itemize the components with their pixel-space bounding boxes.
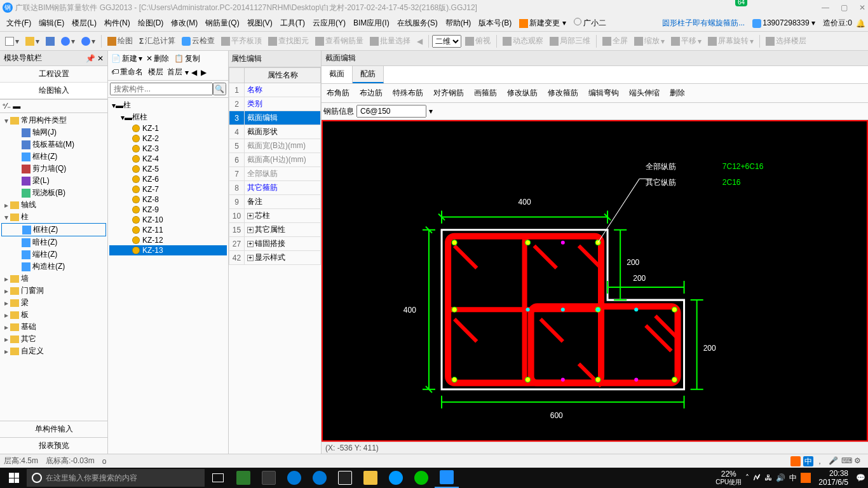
sum-button[interactable]: Σ 汇总计算 <box>137 34 178 48</box>
select-floor-button[interactable]: 选择楼层 <box>763 34 809 48</box>
tool-stirrup[interactable]: 画箍筋 <box>471 86 499 100</box>
comp-item-KZ-6[interactable]: KZ-6 <box>109 174 227 184</box>
tab-draw-input[interactable]: 绘图输入 <box>0 83 107 99</box>
menu-bim[interactable]: BIM应用(I) <box>349 16 393 30</box>
prop-row-27[interactable]: 27+锚固搭接 <box>229 237 321 251</box>
prop-row-6[interactable]: 6截面高(H边)(mm) <box>229 153 321 167</box>
prop-row-5[interactable]: 5截面宽(B边)(mm) <box>229 139 321 153</box>
user-label[interactable]: 广小二 <box>570 16 610 30</box>
comp-item-KZ-8[interactable]: KZ-8 <box>109 194 227 205</box>
prop-row-8[interactable]: 8其它箍筋 <box>229 181 321 195</box>
steel-button[interactable]: 查看钢筋量 <box>313 34 366 48</box>
menu-help[interactable]: 帮助(H) <box>442 16 475 30</box>
comp-item-KZ-13[interactable]: KZ-13 <box>109 245 227 255</box>
tree-door[interactable]: ▸门窗洞 <box>1 285 106 297</box>
menu-floor[interactable]: 楼层(L) <box>68 16 100 30</box>
full-button[interactable]: 全屏 <box>600 34 630 48</box>
zoom-button[interactable]: 缩放 ▾ <box>632 34 667 48</box>
taskbar-360[interactable] <box>409 468 433 488</box>
tray-gear-icon[interactable]: ⚙ <box>854 456 864 466</box>
tool-align[interactable]: 对齐钢筋 <box>431 86 466 100</box>
component-search-input[interactable] <box>110 83 213 95</box>
tab-report[interactable]: 报表预览 <box>0 437 107 454</box>
tool-hook[interactable]: 编辑弯钩 <box>586 86 621 100</box>
expand-icon[interactable]: ⁺⁄₋ <box>2 102 11 111</box>
tree-shear[interactable]: 剪力墙(Q) <box>1 163 106 175</box>
tray-keyboard-icon[interactable]: ⌨ <box>841 456 851 466</box>
prev-button[interactable]: ◀ <box>414 35 425 48</box>
tree-grid[interactable]: 轴网(J) <box>1 126 106 139</box>
search-button[interactable]: 🔍 <box>213 83 226 95</box>
tree-constcol[interactable]: 构造柱(Z) <box>1 261 106 273</box>
local3d-button[interactable]: 局部三维 <box>547 34 593 48</box>
tree-framecol2[interactable]: 框柱(Z) <box>1 223 106 236</box>
tree-common[interactable]: ▾常用构件类型 <box>1 114 106 126</box>
tree-endcol[interactable]: 端柱(Z) <box>1 248 106 261</box>
cost-label[interactable]: 造价豆:0 <box>819 16 856 30</box>
minimize-button[interactable]: — <box>822 3 829 12</box>
comp-item-KZ-1[interactable]: KZ-1 <box>109 123 227 133</box>
prop-row-7[interactable]: 7全部纵筋 <box>229 167 321 181</box>
taskbar-explorer[interactable] <box>358 468 383 488</box>
undo-button[interactable]: ▾ <box>58 35 78 48</box>
comp-item-KZ-3[interactable]: KZ-3 <box>109 144 227 154</box>
taskbar-current-app[interactable] <box>435 468 459 488</box>
menu-modify[interactable]: 修改(M) <box>167 16 201 30</box>
taskbar-clock[interactable]: 20:382017/6/5 <box>815 469 852 487</box>
comp-item-KZ-4[interactable]: KZ-4 <box>109 154 227 164</box>
tree-slab[interactable]: 现浇板(B) <box>1 187 106 199</box>
collapse-icon[interactable]: ▬ <box>13 102 20 111</box>
notification-icon[interactable]: 💬 <box>856 473 865 482</box>
rebar-info-input[interactable] <box>356 105 426 118</box>
tree-column[interactable]: ▾柱 <box>1 211 106 223</box>
comp-item-KZ-11[interactable]: KZ-11 <box>109 225 227 235</box>
comp-floor-value[interactable]: 首层 <box>166 66 184 78</box>
menu-component[interactable]: 构件(N) <box>100 16 134 30</box>
task-view-button[interactable] <box>206 468 230 488</box>
menu-view[interactable]: 视图(V) <box>243 16 276 30</box>
section-canvas[interactable]: 400 400 200 200 200 600 全部纵筋 7C12+6C16 其… <box>322 120 868 442</box>
taskbar-app-4[interactable] <box>384 468 408 488</box>
taskbar-app-1[interactable] <box>231 468 255 488</box>
flat-button[interactable]: 平齐板顶 <box>219 34 264 48</box>
prop-row-15[interactable]: 15+其它属性 <box>229 223 321 237</box>
taskbar-edge[interactable] <box>308 468 332 488</box>
bell-icon[interactable]: 🔔 <box>856 19 865 28</box>
draw-button[interactable]: 绘图 <box>105 34 135 48</box>
tray-network-icon[interactable]: 🖧 <box>764 473 772 482</box>
cloud-check-button[interactable]: 云检查 <box>179 34 217 48</box>
tray-sogou-icon[interactable] <box>790 456 801 466</box>
prop-row-42[interactable]: 42+显示样式 <box>229 251 321 265</box>
comp-root[interactable]: ▾▬ 柱 <box>109 99 227 111</box>
tray-ime-icon[interactable]: 中 <box>803 456 813 466</box>
menu-file[interactable]: 文件(F) <box>3 16 35 30</box>
tab-project-settings[interactable]: 工程设置 <box>0 66 107 83</box>
taskbar-app-2[interactable] <box>257 468 281 488</box>
taskbar-store[interactable] <box>333 468 357 488</box>
comp-item-KZ-2[interactable]: KZ-2 <box>109 133 227 144</box>
tray-sogou2-icon[interactable] <box>801 473 811 483</box>
comp-del-button[interactable]: ✕删除 <box>145 53 172 65</box>
tab-rebar[interactable]: 配筋 <box>353 66 384 83</box>
taskbar-search[interactable]: 在这里输入你要搜索的内容 <box>27 469 205 487</box>
comp-rename-button[interactable]: 🏷重命名 <box>110 66 146 78</box>
prop-row-2[interactable]: 2类别 <box>229 97 321 111</box>
start-button[interactable] <box>3 468 25 488</box>
new-change-button[interactable]: 新建变更 ▾ <box>515 16 569 30</box>
tree-slab2[interactable]: ▸板 <box>1 309 106 321</box>
save-button[interactable] <box>43 35 57 48</box>
tree-found[interactable]: ▸基础 <box>1 321 106 333</box>
tool-delete[interactable]: 删除 <box>667 86 688 100</box>
batch-button[interactable]: 批量选择 <box>367 34 413 48</box>
tree-other[interactable]: ▸其它 <box>1 333 106 345</box>
menu-online[interactable]: 在线服务(S) <box>393 16 442 30</box>
menu-draw[interactable]: 绘图(D) <box>134 16 168 30</box>
tray-battery-icon[interactable]: 🗲 <box>753 473 761 482</box>
comp-group[interactable]: ▾▬ 框柱 <box>109 111 227 123</box>
tray-volume-icon[interactable]: 🔊 <box>776 473 785 482</box>
rotate-button[interactable]: 屏幕旋转 ▾ <box>705 34 756 48</box>
close-button[interactable]: ✕ <box>859 3 865 12</box>
tree-custom[interactable]: ▸自定义 <box>1 345 106 357</box>
menu-rebar[interactable]: 钢筋量(Q) <box>201 16 243 30</box>
tree-wall[interactable]: ▸墙 <box>1 273 106 285</box>
